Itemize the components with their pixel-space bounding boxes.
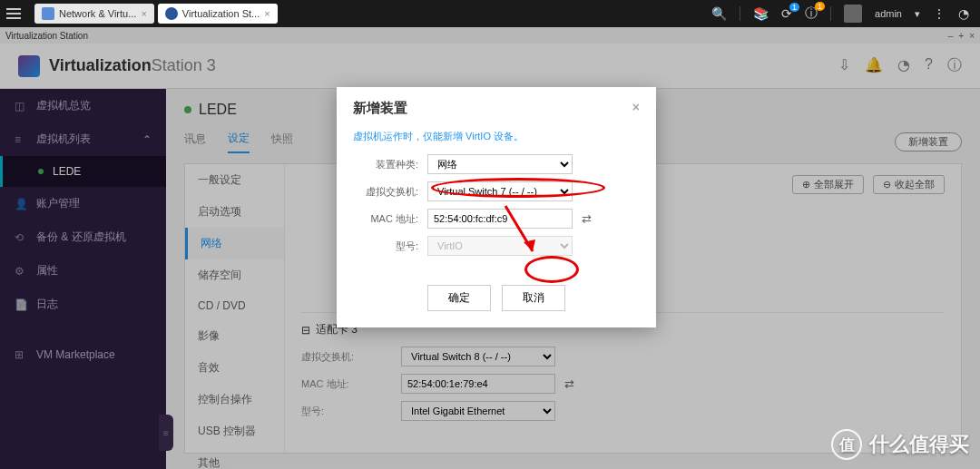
device-type-select[interactable]: 网络 [427, 154, 573, 174]
task-icon[interactable]: ⟳1 [781, 6, 792, 21]
notification-icon[interactable]: ⓘ1 [805, 5, 818, 22]
field-label: 虚拟交换机: [353, 185, 427, 199]
shuffle-icon[interactable]: ⇄ [582, 212, 592, 226]
volume-icon[interactable]: 📚 [753, 6, 769, 21]
ok-button[interactable]: 确定 [427, 285, 491, 311]
add-device-modal: 新增装置 × 虚拟机运作时，仅能新增 VirtIO 设备。 装置种类: 网络 虚… [337, 87, 656, 327]
avatar[interactable] [844, 5, 862, 23]
username[interactable]: admin [875, 8, 902, 19]
chevron-down-icon[interactable]: ▾ [915, 8, 920, 20]
modal-note: 虚拟机运作时，仅能新增 VirtIO 设备。 [353, 130, 640, 143]
tab-label: Virtualization St... [182, 8, 260, 19]
field-label: 装置种类: [353, 158, 427, 171]
modal-mac-input[interactable] [427, 209, 573, 229]
field-label: MAC 地址: [353, 212, 427, 226]
badge: 1 [815, 2, 825, 11]
system-topbar: Network & Virtu... × Virtualization St..… [0, 0, 980, 27]
cancel-button[interactable]: 取消 [502, 285, 565, 311]
system-tab-2[interactable]: Virtualization St... × [158, 4, 278, 24]
modal-title: 新增装置 [353, 100, 407, 117]
field-label: 型号: [353, 239, 427, 253]
badge: 1 [789, 3, 799, 12]
dashboard-icon[interactable]: ◔ [958, 6, 969, 21]
close-icon[interactable]: × [141, 8, 146, 19]
search-icon[interactable]: 🔍 [711, 6, 727, 21]
close-icon[interactable]: × [632, 100, 640, 117]
system-tab-1[interactable]: Network & Virtu... × [34, 4, 154, 24]
tab-label: Network & Virtu... [59, 8, 136, 19]
menu-icon[interactable] [0, 0, 27, 27]
watermark-icon: 值 [831, 429, 862, 460]
close-icon[interactable]: × [264, 8, 270, 19]
modal-model-select: VirtIO [427, 236, 573, 256]
modal-virtual-switch-select[interactable]: Virtual Switch 7 (-- / --) [427, 181, 573, 201]
watermark: 值 什么值得买 [831, 429, 969, 460]
tab-icon [165, 7, 178, 20]
tab-icon [42, 7, 54, 20]
watermark-text: 什么值得买 [869, 431, 969, 458]
more-icon[interactable]: ⋮ [933, 6, 946, 21]
